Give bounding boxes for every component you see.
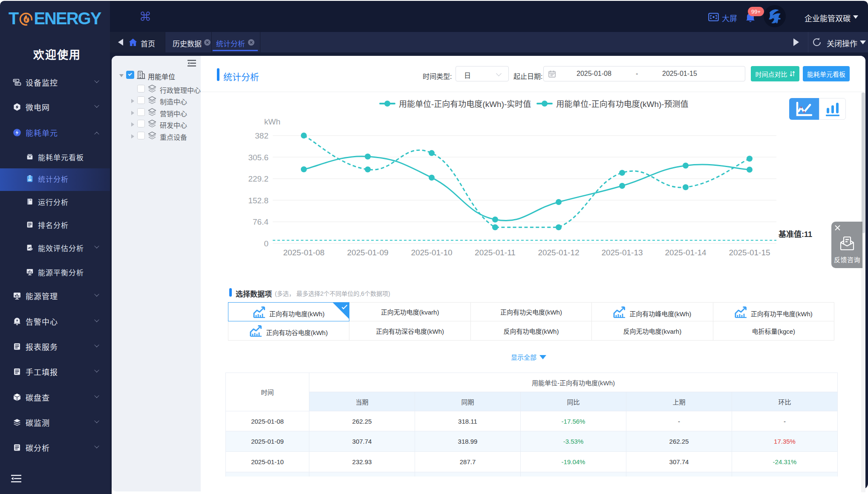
svg-text:2025-01-15: 2025-01-15 bbox=[729, 248, 770, 257]
svg-text:2025-01-11: 2025-01-11 bbox=[475, 248, 516, 257]
svg-text:152.8: 152.8 bbox=[248, 196, 268, 205]
svg-text:2025-01-08: 2025-01-08 bbox=[283, 248, 324, 257]
svg-text:2025-01-13: 2025-01-13 bbox=[601, 248, 643, 257]
svg-text:0: 0 bbox=[264, 239, 268, 248]
svg-text:2025-01-14: 2025-01-14 bbox=[665, 248, 707, 257]
svg-text:2025-01-09: 2025-01-09 bbox=[347, 248, 388, 257]
svg-text:基准值:11: 基准值:11 bbox=[778, 230, 812, 239]
svg-text:kWh: kWh bbox=[264, 117, 280, 126]
svg-text:305.6: 305.6 bbox=[248, 153, 268, 162]
svg-text:382: 382 bbox=[255, 131, 268, 140]
svg-text:76.4: 76.4 bbox=[253, 217, 268, 226]
svg-text:2025-01-12: 2025-01-12 bbox=[538, 248, 579, 257]
svg-text:229.2: 229.2 bbox=[248, 174, 268, 183]
svg-text:2025-01-10: 2025-01-10 bbox=[411, 248, 452, 257]
